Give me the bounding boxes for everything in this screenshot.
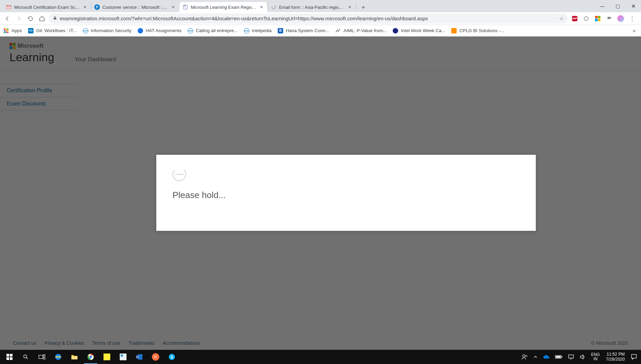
loading-spinner-icon (173, 168, 186, 181)
bookmark-label: Intelpedia (252, 28, 272, 33)
profile-avatar-icon[interactable] (617, 15, 624, 22)
svg-rect-6 (6, 357, 9, 360)
window-controls: — ▢ ✕ (594, 0, 641, 12)
tab-title: Microsoft Certification Exam Sche (14, 5, 80, 10)
clock-time: 11:52 PM (606, 352, 625, 357)
tab-ms-learning-exam[interactable]: Microsoft Learning Exam Registra ✕ (179, 2, 267, 12)
globe-icon (138, 28, 143, 33)
svg-rect-4 (6, 354, 9, 357)
close-icon[interactable]: ✕ (259, 5, 264, 9)
close-icon[interactable]: ✕ (83, 5, 87, 9)
moon-icon (393, 28, 398, 33)
svg-rect-18 (121, 355, 123, 357)
svg-rect-9 (39, 355, 43, 359)
minimize-button[interactable]: — (594, 0, 610, 12)
sticky-notes-taskbar-icon[interactable] (99, 350, 115, 364)
bookmark-calling-entrepre[interactable]: intel Calling all entrepre... (188, 28, 238, 33)
chrome-taskbar-icon[interactable] (83, 350, 99, 364)
adblock-icon[interactable]: ABP (571, 15, 578, 22)
bookmark-label: AIML: P-Value from... (343, 28, 387, 33)
start-button[interactable] (1, 350, 18, 364)
bookmark-intel-work-week[interactable]: Intel Work Week Ca... (393, 28, 445, 33)
tab-customer-service[interactable]: P Customer service :: Microsoft :: Pe ✕ (91, 2, 179, 12)
bookmark-aiml-pvalue[interactable]: AIML: P-Value from... (335, 28, 387, 33)
svg-rect-28 (556, 356, 561, 358)
browser-tab-strip: Microsoft Certification Exam Sche ✕ P Cu… (0, 0, 641, 12)
tab-title: Email form :: Asia-Pacific region :: (279, 5, 345, 10)
volume-tray-icon[interactable] (577, 350, 588, 364)
taskbar-clock[interactable]: 11:52 PM 7/28/2020 (602, 352, 628, 362)
people-tray-icon[interactable] (519, 350, 531, 364)
letter-b-icon: B (278, 28, 283, 33)
bookmark-apps[interactable]: Apps (3, 28, 22, 33)
bookmark-label: Hana System Conn... (286, 28, 329, 33)
svg-rect-27 (562, 356, 563, 357)
intel-icon: intel (188, 28, 193, 33)
nav-home-button[interactable] (37, 14, 47, 23)
language-indicator[interactable]: ENG IN (588, 350, 602, 364)
bookmark-info-security[interactable]: intel Information Security (83, 28, 132, 33)
windows-tile-icon[interactable] (594, 15, 601, 22)
onedrive-tray-icon[interactable] (540, 350, 552, 364)
bookmark-git-workflows[interactable]: <> Git: Workflows : IT... (28, 28, 77, 33)
extensions-puzzle-icon[interactable] (606, 15, 613, 22)
outlook-taskbar-icon[interactable] (131, 350, 147, 364)
browser-menu-button[interactable]: ⋮ (629, 15, 636, 22)
address-bar[interactable]: examregistration.microsoft.com/?whr=uri:… (49, 14, 568, 24)
network-tray-icon[interactable] (565, 350, 577, 364)
close-window-button[interactable]: ✕ (625, 0, 641, 12)
chart-line-icon (335, 28, 341, 33)
pearson-icon: P (94, 4, 100, 10)
bookmark-label: Information Security (91, 28, 132, 33)
close-icon[interactable]: ✕ (347, 5, 352, 9)
bookmark-label: HAT Assignments (146, 28, 182, 33)
ie-taskbar-icon[interactable] (50, 350, 66, 364)
bookmark-intelpedia[interactable]: intel Intelpedia (244, 28, 272, 33)
maximize-button[interactable]: ▢ (610, 0, 625, 12)
tab-ms-cert-exam[interactable]: Microsoft Certification Exam Sche ✕ (3, 2, 91, 12)
svg-rect-13 (71, 356, 77, 359)
nav-forward-button[interactable] (14, 14, 24, 23)
bookmark-cplg-bi[interactable]: CPLG BI Solutions -... (451, 28, 504, 33)
app-taskbar-icon[interactable] (115, 350, 131, 364)
file-explorer-taskbar-icon[interactable] (66, 350, 83, 364)
gmail-icon (6, 4, 12, 10)
tab-title: Microsoft Learning Exam Registra (191, 5, 256, 10)
extension-icons: ABP ⋮ (570, 15, 638, 22)
bookmark-label: Intel Work Week Ca... (401, 28, 445, 33)
bookmark-star-icon[interactable]: ☆ (559, 15, 564, 22)
extension-circle-icon[interactable] (583, 15, 590, 22)
svg-point-24 (523, 355, 525, 357)
svg-point-25 (526, 355, 527, 357)
intel-icon: intel (83, 28, 88, 33)
nav-back-button[interactable] (3, 14, 12, 23)
action-center-icon[interactable] (628, 350, 640, 364)
svg-rect-29 (569, 355, 573, 358)
windows-taskbar: IT S ENG IN 11:52 PM 7/28/2020 (0, 350, 641, 364)
new-tab-button[interactable]: + (359, 3, 368, 12)
apps-grid-icon (3, 28, 9, 33)
task-view-button[interactable] (34, 350, 50, 364)
close-icon[interactable]: ✕ (171, 5, 176, 9)
tab-email-form[interactable]: Email form :: Asia-Pacific region :: ✕ (268, 2, 356, 12)
bookmark-label: Git: Workflows : IT... (36, 28, 77, 33)
bookmark-hana-system[interactable]: B Hana System Conn... (278, 28, 329, 33)
svg-text:S: S (170, 355, 174, 360)
bookmark-hat-assignments[interactable]: HAT Assignments (138, 28, 182, 33)
nav-reload-button[interactable] (26, 14, 35, 23)
battery-tray-icon[interactable] (552, 350, 565, 364)
chart-bar-icon (451, 28, 457, 33)
intel-icon: intel (244, 28, 249, 33)
app-orange-taskbar-icon[interactable]: IT (147, 350, 164, 364)
svg-rect-5 (10, 354, 13, 357)
svg-rect-10 (43, 355, 45, 356)
svg-point-8 (24, 355, 27, 358)
loading-message: Please hold... (173, 190, 520, 200)
page-favicon (183, 4, 188, 10)
bookmarks-overflow-button[interactable]: » (633, 28, 638, 34)
tray-chevron-up-icon[interactable] (531, 350, 540, 364)
skype-taskbar-icon[interactable]: S (164, 350, 180, 364)
search-button[interactable] (18, 350, 34, 364)
svg-rect-30 (632, 355, 636, 358)
svg-point-2 (272, 5, 276, 9)
